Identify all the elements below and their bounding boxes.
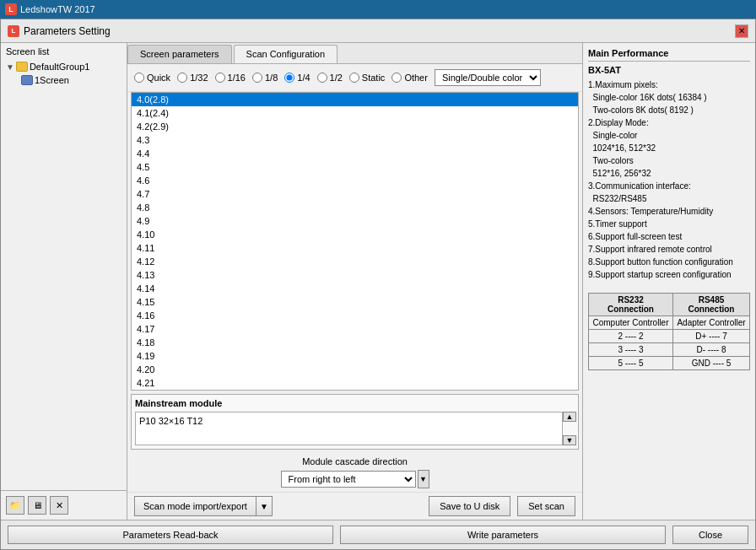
tab-bar: Screen parameters Scan Configuration [127, 43, 582, 64]
list-item[interactable]: 4.7 [132, 187, 578, 201]
list-item[interactable]: 4.20 [132, 363, 578, 376]
rs485-row1: D+ ---- 7 [672, 330, 749, 343]
radio-1-32: 1/32 [177, 73, 208, 83]
radio-1-8: 1/8 [252, 73, 278, 83]
tab-screen-parameters[interactable]: Screen parameters [127, 45, 232, 63]
radio-1-4: 1/4 [284, 73, 310, 83]
radio-static-input[interactable] [349, 73, 359, 83]
monitor-icon [21, 75, 33, 85]
list-item[interactable]: 4.1(2.4) [132, 106, 578, 120]
save-to-udisk-button[interactable]: Save to U disk [429, 496, 510, 516]
rs232-row1: 2 ---- 2 [589, 330, 673, 343]
list-item[interactable]: 4.0(2.8) [132, 93, 578, 106]
parameters-readback-button[interactable]: Parameters Read-back [8, 526, 333, 544]
list-item[interactable]: 4.8 [132, 201, 578, 214]
color-dropdown[interactable]: Single/Double color Single color Double … [435, 69, 541, 86]
center-panel: Screen parameters Scan Configuration Qui… [127, 43, 582, 520]
scan-import-export-button[interactable]: Scan mode import/export [134, 496, 256, 516]
tree-toggle-icon: ▼ [6, 62, 14, 72]
radio-1-4-input[interactable] [284, 73, 294, 83]
list-item[interactable]: 4.10 [132, 228, 578, 241]
title-bar: L LedshowTW 2017 [0, 0, 756, 19]
tab-scan-configuration[interactable]: Scan Configuration [234, 45, 338, 63]
dialog-title-left: L Parameters Setting [8, 25, 111, 37]
list-item[interactable]: 4.22 [132, 390, 578, 391]
screen-list-panel: Screen list ▼ DefaultGroup1 1Screen 📁 🖥 … [1, 43, 127, 520]
radio-bar: Quick 1/32 1/16 1/8 1/4 [127, 64, 582, 92]
folder-icon [16, 62, 28, 72]
cascade-dropdown-arrow[interactable]: ▼ [418, 470, 429, 488]
computer-controller-label: Computer Controller [589, 316, 673, 330]
screen-list-label: Screen list [1, 43, 127, 60]
right-panel: Main Performance BX-5AT 1.Maximum pixels… [582, 43, 755, 520]
tree-group-item[interactable]: ▼ DefaultGroup1 [1, 60, 127, 73]
perf-details: 1.Maximum pixels: Single-color 16K dots(… [588, 78, 750, 281]
radio-quick-input[interactable] [134, 73, 144, 83]
radio-other-input[interactable] [392, 73, 402, 83]
module-scroll-down[interactable]: ▼ [563, 435, 576, 445]
list-item[interactable]: 4.2(2.9) [132, 120, 578, 133]
list-item[interactable]: 4.13 [132, 268, 578, 282]
dialog-title-bar: L Parameters Setting ✕ [1, 19, 755, 43]
tree-group-label: DefaultGroup1 [30, 62, 90, 72]
list-item[interactable]: 4.9 [132, 214, 578, 228]
radio-quick: Quick [134, 73, 170, 83]
rs232-header: RS232Connection [589, 294, 673, 316]
list-item[interactable]: 4.6 [132, 174, 578, 187]
list-item[interactable]: 4.18 [132, 336, 578, 349]
list-item[interactable]: 4.11 [132, 241, 578, 255]
radio-1-16-input[interactable] [215, 73, 225, 83]
list-item[interactable]: 4.5 [132, 160, 578, 174]
scan-import-export-dropdown: Scan mode import/export ▼ [134, 496, 273, 516]
dialog-content: Screen list ▼ DefaultGroup1 1Screen 📁 🖥 … [1, 43, 755, 520]
cascade-select[interactable]: From right to left From left to right Fr… [281, 471, 416, 488]
dialog-title: Parameters Setting [24, 25, 111, 37]
app-title: LedshowTW 2017 [20, 4, 95, 14]
rs485-row2: D- ---- 8 [672, 343, 749, 357]
radio-1-2-label: 1/2 [330, 73, 343, 83]
scan-mode-list[interactable]: 4.0(2.8)4.1(2.4)4.2(2.9)4.34.44.54.64.74… [131, 92, 579, 391]
write-parameters-button[interactable]: Write parameters [340, 526, 666, 544]
list-item[interactable]: 4.14 [132, 282, 578, 295]
list-item[interactable]: 4.15 [132, 295, 578, 309]
main-performance-section: Main Performance BX-5AT 1.Maximum pixels… [588, 48, 750, 281]
radio-1-32-label: 1/32 [190, 73, 208, 83]
radio-other-label: Other [404, 73, 428, 83]
radio-1-32-input[interactable] [177, 73, 187, 83]
list-item[interactable]: 4.21 [132, 376, 578, 390]
perf-model: BX-5AT [588, 65, 750, 75]
radio-quick-label: Quick [147, 73, 170, 83]
list-item[interactable]: 4.3 [132, 133, 578, 147]
rs232-row3: 5 ---- 5 [589, 357, 673, 370]
close-icon[interactable]: ✕ [735, 24, 748, 38]
radio-1-16: 1/16 [215, 73, 246, 83]
module-label: Mainstream module [135, 398, 575, 408]
list-item[interactable]: 4.17 [132, 322, 578, 336]
radio-other: Other [392, 73, 428, 83]
module-value: P10 32×16 T12 [139, 416, 202, 426]
screen-button[interactable]: 🖥 [28, 496, 46, 515]
folder-open-button[interactable]: 📁 [6, 496, 24, 515]
list-item[interactable]: 4.16 [132, 309, 578, 322]
radio-1-4-label: 1/4 [297, 73, 310, 83]
radio-1-8-input[interactable] [252, 73, 262, 83]
dialog-bottom-bar: Parameters Read-back Write parameters Cl… [1, 520, 755, 549]
parameters-dialog: L Parameters Setting ✕ Screen list ▼ Def… [0, 19, 756, 550]
list-item[interactable]: 4.12 [132, 255, 578, 268]
radio-1-2-input[interactable] [317, 73, 327, 83]
module-scroll-up[interactable]: ▲ [563, 412, 576, 422]
module-scroll: P10 32×16 T12 ▲ ▼ [135, 412, 575, 445]
radio-static-label: Static [362, 73, 386, 83]
connection-table: RS232Connection RS485Connection Computer… [588, 293, 750, 370]
tree-screen-item[interactable]: 1Screen [1, 73, 127, 87]
bottom-icons: 📁 🖥 ✕ [1, 490, 127, 520]
delete-button[interactable]: ✕ [50, 496, 68, 515]
adapter-controller-label: Adapter Controller [672, 316, 749, 330]
dialog-icon: L [8, 25, 19, 37]
list-item[interactable]: 4.4 [132, 147, 578, 160]
set-scan-button[interactable]: Set scan [517, 496, 575, 516]
list-item[interactable]: 4.19 [132, 349, 578, 363]
scan-import-export-arrow[interactable]: ▼ [256, 496, 273, 516]
cascade-label: Module cascade direction [302, 456, 408, 466]
close-dialog-button[interactable]: Close [672, 526, 748, 544]
